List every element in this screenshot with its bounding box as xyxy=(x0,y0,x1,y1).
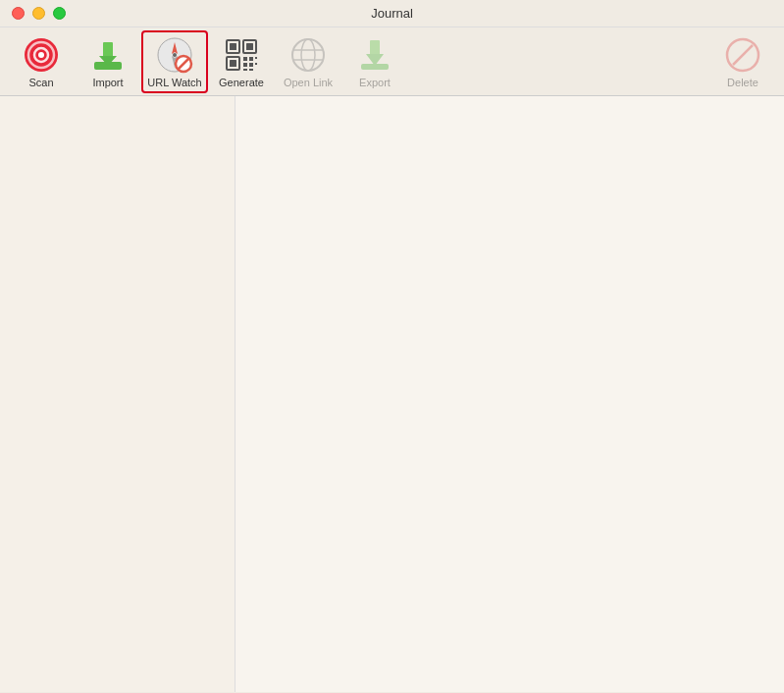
svg-point-29 xyxy=(301,39,315,71)
sidebar xyxy=(0,96,235,692)
scan-icon xyxy=(22,35,61,75)
close-button[interactable] xyxy=(12,7,25,20)
url-watch-icon xyxy=(155,35,194,75)
svg-rect-27 xyxy=(249,69,253,71)
minimize-button[interactable] xyxy=(32,7,45,20)
toolbar-scan[interactable]: Scan xyxy=(8,30,75,93)
open-link-icon xyxy=(288,35,328,75)
svg-rect-26 xyxy=(243,69,247,71)
toolbar-export[interactable]: Export xyxy=(341,30,408,93)
toolbar-delete[interactable]: Delete xyxy=(709,30,776,93)
export-label: Export xyxy=(359,77,391,88)
svg-rect-22 xyxy=(243,63,247,67)
window-controls xyxy=(12,7,66,20)
svg-rect-17 xyxy=(246,43,253,50)
svg-rect-5 xyxy=(103,42,113,58)
svg-rect-32 xyxy=(370,40,380,56)
svg-rect-21 xyxy=(249,57,253,61)
delete-label: Delete xyxy=(727,77,758,88)
content-area xyxy=(0,96,784,692)
svg-rect-25 xyxy=(255,63,257,65)
svg-rect-24 xyxy=(255,57,257,59)
svg-rect-19 xyxy=(230,60,236,67)
import-label: Import xyxy=(92,77,123,88)
window-title: Journal xyxy=(371,6,413,21)
svg-line-36 xyxy=(733,45,753,65)
toolbar-generate[interactable]: Generate xyxy=(208,30,275,93)
toolbar: Scan Import xyxy=(0,27,784,96)
export-icon xyxy=(355,35,394,75)
toolbar-url-watch[interactable]: URL Watch xyxy=(141,30,208,93)
main-panel xyxy=(235,96,784,692)
svg-point-10 xyxy=(173,53,177,57)
svg-point-3 xyxy=(38,52,44,58)
titlebar: Journal xyxy=(0,0,784,27)
svg-point-28 xyxy=(292,39,324,71)
import-icon xyxy=(88,35,128,75)
url-watch-label: URL Watch xyxy=(147,77,201,88)
toolbar-import[interactable]: Import xyxy=(75,30,141,93)
svg-rect-34 xyxy=(361,64,389,70)
generate-label: Generate xyxy=(219,77,264,88)
svg-rect-15 xyxy=(230,43,236,50)
generate-icon xyxy=(222,35,261,75)
scan-label: Scan xyxy=(28,77,53,88)
delete-icon xyxy=(723,35,762,75)
toolbar-open-link[interactable]: Open Link xyxy=(275,30,341,93)
open-link-label: Open Link xyxy=(284,77,333,88)
maximize-button[interactable] xyxy=(53,7,66,20)
svg-rect-23 xyxy=(249,63,253,67)
svg-rect-20 xyxy=(243,57,247,61)
